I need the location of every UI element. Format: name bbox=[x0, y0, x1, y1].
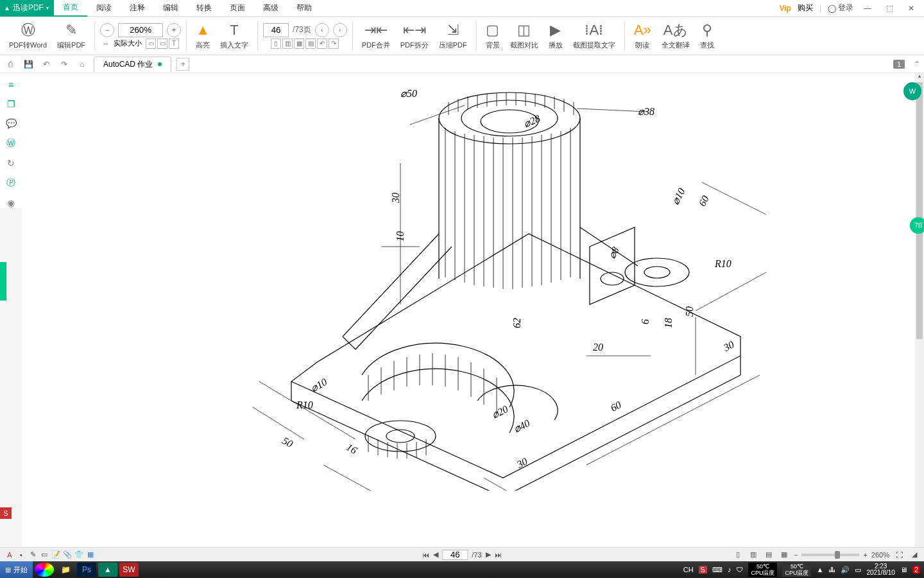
maximize-button[interactable]: ⬚ bbox=[882, 4, 897, 13]
add-tab-button[interactable]: + bbox=[176, 58, 189, 71]
layout-opt[interactable]: ▭ bbox=[157, 39, 167, 49]
comment-icon[interactable]: 💬 bbox=[6, 118, 17, 128]
tray-battery-icon[interactable]: ▭ bbox=[855, 566, 861, 574]
prev-page-button[interactable]: ◀ bbox=[433, 550, 438, 559]
menu-tab-convert[interactable]: 转换 bbox=[187, 0, 221, 17]
zoom-out-sb[interactable]: − bbox=[794, 551, 798, 559]
view-cont-icon[interactable]: ▦ bbox=[778, 550, 790, 559]
zoom-slider[interactable] bbox=[801, 554, 859, 556]
view-single-icon[interactable]: ▯ bbox=[732, 550, 744, 559]
tray-network-icon[interactable]: 🖧 bbox=[828, 566, 835, 574]
print-icon[interactable]: ⎙ bbox=[4, 60, 17, 69]
page-input-bottom[interactable] bbox=[442, 550, 468, 560]
undo-icon[interactable]: ↶ bbox=[40, 60, 53, 69]
tray-badge[interactable]: 2 bbox=[912, 566, 920, 574]
sb-dot-icon[interactable]: • bbox=[15, 551, 27, 559]
ppt-side-icon[interactable]: Ⓟ bbox=[6, 177, 15, 189]
tb-solidworks-icon[interactable]: SW bbox=[119, 563, 139, 577]
zoom-in-sb[interactable]: + bbox=[863, 551, 867, 559]
fit-width-icon[interactable]: ↔ bbox=[102, 39, 110, 48]
pdf-to-word-button[interactable]: ⓌPDF转Word bbox=[5, 18, 51, 54]
tray-s-icon[interactable]: S bbox=[699, 566, 707, 574]
zoom-in-button[interactable]: + bbox=[167, 23, 181, 37]
view-opt[interactable]: ▥ bbox=[282, 39, 293, 49]
tray-clock[interactable]: 2:23 2021/8/10 bbox=[866, 563, 895, 576]
start-button[interactable]: ⊞ 开始 bbox=[0, 561, 33, 578]
play-button[interactable]: ▶播放 bbox=[545, 18, 567, 54]
app-logo[interactable]: 迅读PDF bbox=[0, 0, 54, 17]
page-input[interactable] bbox=[263, 23, 289, 37]
tray-expand-icon[interactable]: ▲ bbox=[816, 566, 823, 574]
sb-grid-icon[interactable]: ▦ bbox=[85, 550, 96, 559]
compress-button[interactable]: ⇲压缩PDF bbox=[435, 18, 471, 54]
tray-music-icon[interactable]: ♪ bbox=[728, 566, 732, 574]
view-opt[interactable]: ▤ bbox=[305, 39, 316, 49]
view-facing-icon[interactable]: ▥ bbox=[748, 550, 759, 559]
menu-tab-annotate[interactable]: 注释 bbox=[121, 0, 154, 17]
edit-pdf-button[interactable]: ✎编辑PDF bbox=[53, 18, 89, 54]
menu-tab-help[interactable]: 帮助 bbox=[287, 0, 321, 17]
sb-clip-icon[interactable]: 📎 bbox=[62, 550, 73, 559]
compare-button[interactable]: ◫截图对比 bbox=[506, 18, 542, 54]
insert-text-button[interactable]: T插入文字 bbox=[216, 18, 252, 54]
document-tab[interactable]: AutoCAD 作业 bbox=[94, 57, 171, 72]
tray-lang[interactable]: CH bbox=[683, 566, 694, 574]
actual-size-button[interactable]: 实际大小 bbox=[114, 39, 142, 48]
menu-tab-edit[interactable]: 编辑 bbox=[154, 0, 187, 17]
minimize-button[interactable]: — bbox=[860, 4, 875, 13]
next-page-button[interactable]: ▶ bbox=[486, 550, 491, 559]
prev-page-button[interactable]: ‹ bbox=[315, 23, 329, 37]
tb-photoshop-icon[interactable]: Ps bbox=[77, 563, 96, 577]
view-opt[interactable]: ▦ bbox=[294, 39, 304, 49]
tb-colorwheel-icon[interactable] bbox=[35, 563, 54, 577]
fullscreen-icon[interactable]: ⛶ bbox=[893, 551, 905, 559]
scroll-thumb[interactable] bbox=[916, 82, 923, 339]
corner-icon[interactable]: ◢ bbox=[909, 550, 920, 559]
highlight-button[interactable]: ▲高亮 bbox=[192, 18, 214, 54]
layout-opt[interactable]: ▭ bbox=[146, 39, 156, 49]
last-page-button[interactable]: ⏭ bbox=[495, 551, 502, 559]
sb-tshirt-icon[interactable]: 👕 bbox=[73, 550, 85, 559]
panel-handle[interactable] bbox=[0, 262, 6, 301]
cpu-temp-widget[interactable]: 50℃ CPU温度 bbox=[748, 563, 777, 577]
undo-button[interactable]: ↶ bbox=[317, 39, 327, 49]
translate-button[interactable]: Aあ全文翻译 bbox=[658, 18, 694, 54]
home-icon[interactable]: ⌂ bbox=[76, 60, 89, 69]
next-page-button[interactable]: › bbox=[333, 23, 347, 37]
menu-tab-read[interactable]: 阅读 bbox=[87, 0, 121, 17]
refresh-icon[interactable]: ↻ bbox=[7, 158, 15, 168]
redo-button[interactable]: ↷ bbox=[329, 39, 339, 49]
tray-volume-icon[interactable]: 🔊 bbox=[841, 566, 850, 574]
word-side-icon[interactable]: Ⓦ bbox=[6, 137, 15, 149]
view-opt[interactable]: ▯ bbox=[271, 39, 281, 49]
document-viewport[interactable]: ⌀50 ⌀38 ⌀28 30 10 ⌀10 60 R10 ⌀8 50 18 6 … bbox=[22, 73, 915, 547]
ocr-button[interactable]: ⁞A⁞截图提取文字 bbox=[569, 18, 619, 54]
layout-opt[interactable]: T bbox=[169, 39, 179, 49]
background-button[interactable]: ▢背景 bbox=[482, 18, 504, 54]
scroll-up-button[interactable]: ▲ bbox=[915, 73, 924, 82]
buy-link[interactable]: 购买 bbox=[798, 3, 813, 13]
read-aloud-button[interactable]: A»朗读 bbox=[630, 18, 655, 54]
tray-shield-icon[interactable]: 🛡 bbox=[736, 566, 743, 574]
find-button[interactable]: ⚲查找 bbox=[696, 18, 718, 54]
sb-note-icon[interactable]: 📝 bbox=[50, 550, 62, 559]
tray-keyboard-icon[interactable]: ⌨ bbox=[712, 566, 723, 574]
float-word-icon[interactable]: W bbox=[903, 82, 921, 100]
zoom-out-button[interactable]: − bbox=[100, 23, 114, 37]
zoom-input[interactable] bbox=[118, 23, 163, 37]
menu-tab-advanced[interactable]: 高级 bbox=[254, 0, 287, 17]
view-book-icon[interactable]: ▤ bbox=[763, 550, 774, 559]
login-button[interactable]: ◯ 登录 bbox=[828, 3, 853, 13]
float-badge[interactable]: 78 bbox=[910, 217, 924, 234]
menu-tab-page[interactable]: 页面 bbox=[221, 0, 254, 17]
pages-icon[interactable]: ❐ bbox=[7, 99, 15, 109]
tray-monitor-icon[interactable]: 🖥 bbox=[900, 566, 907, 574]
record-icon[interactable]: ◉ bbox=[7, 198, 15, 208]
cpu-temp-widget-2[interactable]: 50℃ CPU温度 bbox=[782, 563, 811, 577]
close-button[interactable]: ✕ bbox=[903, 4, 919, 13]
redo-icon[interactable]: ↷ bbox=[58, 60, 71, 69]
vertical-scrollbar[interactable]: ▲ bbox=[915, 73, 924, 547]
save-icon[interactable]: 💾 bbox=[22, 60, 35, 69]
sb-shape-icon[interactable]: ▭ bbox=[38, 550, 50, 559]
floating-s-badge[interactable]: S bbox=[0, 507, 12, 519]
